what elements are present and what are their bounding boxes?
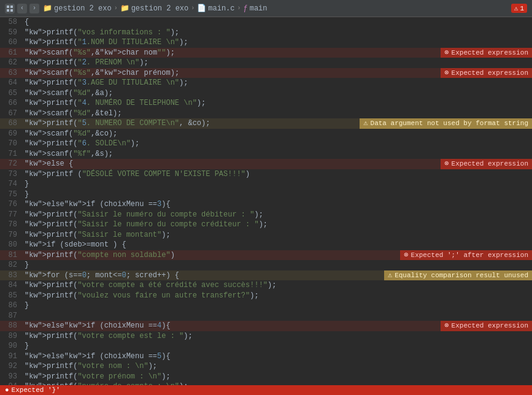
- back-button[interactable]: ‹: [17, 4, 27, 13]
- folder-icon-2: 📁: [120, 4, 129, 13]
- code-line-76: 76 "kw">else "kw">if (choixMenu == 3 ){: [0, 199, 532, 210]
- line-number-62: 62: [0, 58, 22, 68]
- annotation-icon-63: ⊗: [444, 68, 449, 79]
- code-content-64[interactable]: "kw">printf("3.AGE DU TITULAIRE \n");: [22, 78, 532, 88]
- grid-icon[interactable]: [5, 4, 15, 13]
- code-content-90[interactable]: }: [22, 341, 532, 351]
- code-content-75[interactable]: }: [22, 190, 532, 200]
- code-content-62[interactable]: "kw">printf("2. PRENOM \n");: [22, 58, 532, 68]
- code-content-78[interactable]: "kw">printf("Saisir le numéro du compte …: [22, 220, 532, 230]
- code-content-77[interactable]: "kw">printf("Saisir le numéro du compte …: [22, 210, 532, 220]
- code-content-73[interactable]: "kw">printf ("DÉSOLÉ VOTRE COMPTE N'EXIS…: [22, 169, 532, 180]
- code-content-60[interactable]: "kw">printf("1.NOM DU TITULAIRE \n");: [22, 37, 532, 48]
- svg-rect-1: [10, 6, 13, 8]
- code-content-85[interactable]: "kw">printf("voulez vous faire un autre …: [22, 291, 532, 301]
- code-content-91[interactable]: "kw">else "kw">if (choixMenu ==5 ){: [22, 351, 532, 362]
- annotation-68: ⚠Data argument not used by format string: [360, 118, 532, 129]
- code-line-79: 79 "kw">printf("Saisir le montant");: [0, 230, 532, 240]
- annotation-text-72: Expected expression: [452, 159, 528, 169]
- code-content-92[interactable]: "kw">printf("votre nom : \n");: [22, 361, 532, 372]
- bottom-error-bar: ● Expected '}': [0, 385, 532, 395]
- code-content-84[interactable]: "kw">printf("votre compte a été crédité …: [22, 280, 532, 291]
- code-content-82[interactable]: }: [22, 260, 532, 270]
- code-content-74[interactable]: }: [22, 179, 532, 190]
- breadcrumb-sep-2: ›: [191, 5, 195, 12]
- code-content-86[interactable]: }: [22, 301, 532, 311]
- annotation-icon-83: ⚠: [388, 270, 392, 281]
- line-number-58: 58: [0, 17, 22, 28]
- annotation-text-83: Equality comparison result unused: [395, 270, 528, 281]
- code-content-80[interactable]: "kw">if (sdeb>=mont ) {: [22, 240, 532, 250]
- code-line-70: 70 "kw">printf("6. SOLDE\n");: [0, 139, 532, 149]
- titlebar-right: ⚠ 1: [511, 4, 527, 13]
- code-line-86: 86 }: [0, 301, 532, 311]
- code-content-65[interactable]: "kw">scanf("%d",&a);: [22, 88, 532, 99]
- code-content-93[interactable]: "kw">printf("votre prénom : \n");: [22, 372, 532, 382]
- code-line-80: 80 "kw">if (sdeb>=mont ) {: [0, 240, 532, 250]
- line-number-77: 77: [0, 210, 22, 220]
- code-line-91: 91 "kw">else "kw">if (choixMenu ==5 ){: [0, 351, 532, 362]
- line-number-68: 68: [0, 118, 22, 129]
- annotation-88: ⊗Expected expression: [441, 321, 532, 331]
- code-content-69[interactable]: "kw">scanf("%d",&co);: [22, 129, 532, 139]
- code-line-93: 93 "kw">printf("votre prénom : \n");: [0, 372, 532, 382]
- code-line-82: 82 }: [0, 260, 532, 270]
- folder-icon-1: 📁: [43, 4, 52, 13]
- annotation-icon-72: ⊗: [444, 159, 449, 169]
- line-number-92: 92: [0, 361, 22, 372]
- titlebar-nav: ‹ ›: [5, 4, 39, 13]
- code-line-89: 89 "kw">printf("votre compte est le : ")…: [0, 331, 532, 342]
- line-number-69: 69: [0, 129, 22, 139]
- svg-rect-0: [7, 6, 9, 8]
- code-content-79[interactable]: "kw">printf("Saisir le montant");: [22, 230, 532, 240]
- line-number-64: 64: [0, 78, 22, 88]
- error-badge[interactable]: ⚠ 1: [511, 4, 527, 13]
- line-number-82: 82: [0, 260, 22, 270]
- code-line-74: 74 }: [0, 179, 532, 190]
- line-number-91: 91: [0, 351, 22, 362]
- line-number-63: 63: [0, 68, 22, 79]
- code-content-87[interactable]: [22, 311, 532, 321]
- code-content-66[interactable]: "kw">printf("4. NUMÉRO DE TELEPHONE \n")…: [22, 98, 532, 109]
- error-icon: ⚠: [514, 4, 519, 12]
- code-line-65: 65 "kw">scanf("%d",&a);: [0, 88, 532, 99]
- svg-rect-3: [10, 9, 13, 12]
- line-number-59: 59: [0, 28, 22, 38]
- breadcrumb-label-4: main: [250, 4, 268, 13]
- line-number-86: 86: [0, 301, 22, 311]
- code-content-67[interactable]: "kw">scanf("%d",&tel);: [22, 109, 532, 119]
- code-line-71: 71 "kw">scanf("%f",&s);: [0, 149, 532, 159]
- code-line-73: 73 "kw">printf ("DÉSOLÉ VOTRE COMPTE N'E…: [0, 169, 532, 180]
- code-content-58[interactable]: {: [22, 17, 532, 28]
- code-line-60: 60 "kw">printf("1.NOM DU TITULAIRE \n");: [0, 37, 532, 48]
- breadcrumb-item-4[interactable]: ƒ main: [244, 4, 268, 13]
- breadcrumb-item-1[interactable]: 📁 gestion 2 exo: [43, 4, 112, 13]
- breadcrumb-sep-3: ›: [237, 5, 241, 12]
- code-line-77: 77 "kw">printf("Saisir le numéro du comp…: [0, 210, 532, 220]
- code-content-59[interactable]: "kw">printf("vos informations : ");: [22, 28, 532, 38]
- svg-rect-2: [7, 9, 9, 12]
- code-content-89[interactable]: "kw">printf("votre compte est le : ");: [22, 331, 532, 342]
- editor: 58 {59 "kw">printf("vos informations : "…: [0, 17, 532, 395]
- file-icon: 📄: [197, 4, 206, 13]
- code-lines: 58 {59 "kw">printf("vos informations : "…: [0, 17, 532, 395]
- line-number-93: 93: [0, 372, 22, 382]
- line-number-66: 66: [0, 98, 22, 109]
- breadcrumb-sep-1: ›: [114, 5, 118, 12]
- code-line-88: 88 "kw">else "kw">if (choixMenu ==4 ){⊗E…: [0, 321, 532, 331]
- code-line-59: 59 "kw">printf("vos informations : ");: [0, 28, 532, 38]
- line-number-78: 78: [0, 220, 22, 230]
- error-circle-icon: ●: [5, 386, 9, 394]
- forward-button[interactable]: ›: [29, 4, 39, 13]
- code-content-71[interactable]: "kw">scanf("%f",&s);: [22, 149, 532, 159]
- code-line-85: 85 "kw">printf("voulez vous faire un aut…: [0, 291, 532, 301]
- line-number-89: 89: [0, 331, 22, 342]
- line-number-81: 81: [0, 250, 22, 261]
- code-content-70[interactable]: "kw">printf("6. SOLDE\n");: [22, 139, 532, 149]
- annotation-text-61: Expected expression: [452, 48, 528, 58]
- breadcrumb-item-2[interactable]: 📁 gestion 2 exo: [120, 4, 189, 13]
- breadcrumb-item-3[interactable]: 📄 main.c: [197, 4, 234, 13]
- bottom-error-text: Expected '}': [12, 386, 60, 394]
- code-content-76[interactable]: "kw">else "kw">if (choixMenu == 3 ){: [22, 199, 532, 210]
- breadcrumb-label-2: gestion 2 exo: [131, 4, 189, 13]
